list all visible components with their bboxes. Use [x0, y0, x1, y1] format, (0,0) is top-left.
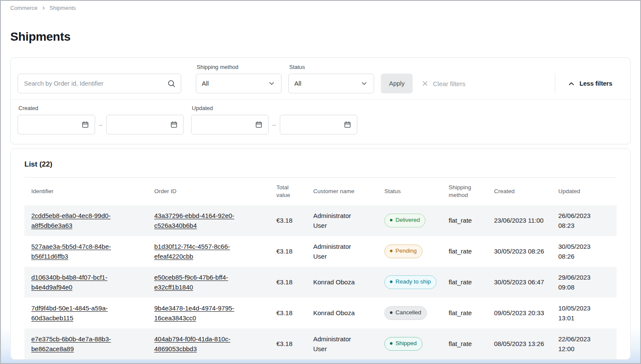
column-header-shipping-method: Shipping method — [442, 178, 487, 205]
status-label: Pending — [395, 247, 417, 256]
breadcrumb-commerce[interactable]: Commerce — [10, 5, 38, 11]
updated-to-input[interactable] — [280, 115, 357, 134]
order-id-link[interactable]: 404ab794-f0f0-41da-810c-4869053cbbd3 — [154, 335, 231, 352]
chevron-down-icon — [268, 80, 276, 87]
cell-updated: 26/06/2023 08:23 — [551, 206, 617, 235]
created-from-input[interactable] — [18, 115, 95, 134]
cell-total-value: €3.18 — [270, 304, 306, 322]
cell-updated: 10/05/2023 13:01 — [551, 299, 617, 328]
cell-shipping-method: flat_rate — [442, 304, 487, 322]
cell-customer-name: Administrator User — [306, 206, 377, 235]
cell-identifier: 7df9f4bd-50e1-4845-a59a-60d3acbeb115 — [24, 299, 147, 328]
column-header-status: Status — [377, 178, 442, 205]
order-id-link[interactable]: e50ceb85-f9c6-47b6-bff4-e32cff1b1840 — [154, 274, 228, 291]
status-badge: Cancelled — [384, 306, 427, 320]
list-title: List (22) — [24, 149, 617, 177]
cell-identifier: e7e375cb-6b0b-4e7a-88b3-be862ace8a89 — [24, 330, 147, 358]
status-value: All — [294, 80, 301, 87]
status-select[interactable]: All — [288, 74, 374, 93]
order-id-link[interactable]: 43a37296-ebbd-4164-92e0-c526a340b6b4 — [154, 212, 234, 229]
chevron-right-icon — [41, 6, 46, 11]
shipments-page: Commerce Shipments Shipments Shipping me… — [0, 0, 641, 364]
cell-order-id: e50ceb85-f9c6-47b6-bff4-e32cff1b1840 — [147, 268, 270, 297]
cell-status: Cancelled — [377, 302, 442, 324]
clear-filters-button[interactable]: Clear filters — [419, 74, 467, 93]
page-title: Shipments — [10, 30, 640, 44]
status-filter: Status All — [288, 64, 374, 93]
table-row: 2cdd5eb8-e8a0-4ec8-99d0-a8f5db6e3a63 43a… — [24, 205, 617, 236]
shipping-method-value: All — [202, 80, 209, 87]
identifier-link[interactable]: e7e375cb-6b0b-4e7a-88b3-be862ace8a89 — [31, 335, 111, 352]
chevron-up-icon — [567, 80, 575, 88]
cell-identifier: 527aae3a-5b5d-47c8-84be-b56f11d6ffb3 — [24, 237, 147, 266]
table-header: Identifier Order ID Total value Customer… — [24, 177, 617, 205]
less-filters-label: Less filters — [579, 80, 612, 87]
cell-shipping-method: flat_rate — [442, 242, 487, 260]
range-dash: – — [273, 121, 276, 128]
created-date-filter: Created – — [18, 105, 184, 134]
cell-total-value: €3.18 — [270, 211, 306, 230]
column-header-total-value: Total value — [270, 178, 306, 205]
cell-shipping-method: flat_rate — [442, 334, 487, 353]
column-header-created: Created — [487, 178, 551, 205]
filters-panel: Shipping method All Status All Apply — [10, 57, 631, 144]
table-row: 7df9f4bd-50e1-4845-a59a-60d3acbeb115 9b4… — [24, 298, 617, 328]
cell-customer-name: Konrad Oboza — [306, 273, 377, 291]
created-to-input[interactable] — [106, 115, 184, 134]
status-dot-icon — [390, 250, 392, 252]
cell-status: Delivered — [377, 209, 442, 232]
column-header-order-id: Order ID — [147, 178, 270, 205]
status-dot-icon — [390, 280, 392, 283]
breadcrumb-shipments: Shipments — [50, 5, 76, 11]
status-dot-icon — [390, 342, 392, 345]
created-date-range: – — [18, 115, 184, 134]
cell-order-id: b1d30f12-7f4c-4557-8c66-efeaf4220cbb — [147, 237, 270, 266]
cell-identifier: d106340b-b4b8-4f07-bcf1-b4e4d9af94e0 — [24, 268, 147, 297]
table-row: d106340b-b4b8-4f07-bcf1-b4e4d9af94e0 e50… — [24, 267, 617, 298]
column-header-customer-name: Customer name — [306, 178, 377, 205]
less-filters-toggle[interactable]: Less filters — [555, 74, 623, 93]
cell-total-value: €3.18 — [270, 242, 306, 260]
cell-status: Ready to ship — [377, 271, 442, 293]
cell-created: 08/05/2023 13:26 — [487, 334, 551, 353]
search-field-wrap — [18, 74, 181, 93]
apply-button[interactable]: Apply — [381, 74, 413, 93]
status-label: Status — [289, 64, 374, 70]
status-badge: Delivered — [384, 214, 425, 227]
status-badge: Ready to ship — [384, 275, 437, 289]
status-dot-icon — [390, 219, 392, 221]
shipping-method-select[interactable]: All — [196, 74, 282, 93]
breadcrumb: Commerce Shipments — [1, 1, 640, 11]
table-row: 527aae3a-5b5d-47c8-84be-b56f11d6ffb3 b1d… — [24, 236, 617, 267]
status-label: Ready to ship — [395, 277, 431, 286]
updated-from-input[interactable] — [191, 115, 269, 134]
status-label: Cancelled — [395, 308, 421, 317]
calendar-icon — [344, 121, 351, 128]
identifier-link[interactable]: 527aae3a-5b5d-47c8-84be-b56f11d6ffb3 — [31, 243, 111, 260]
filters-row-dates: Created – — [11, 99, 630, 144]
search-icon — [167, 79, 176, 88]
cell-status: Pending — [377, 240, 442, 263]
table-body: 2cdd5eb8-e8a0-4ec8-99d0-a8f5db6e3a63 43a… — [24, 205, 617, 359]
status-label: Shipped — [395, 339, 417, 348]
identifier-link[interactable]: d106340b-b4b8-4f07-bcf1-b4e4d9af94e0 — [31, 274, 108, 291]
cell-total-value: €3.18 — [270, 273, 306, 291]
cell-customer-name: Konrad Oboza — [306, 304, 377, 322]
shipping-method-label: Shipping method — [197, 64, 282, 70]
cell-updated: 22/06/2023 12:00 — [551, 330, 617, 358]
clear-filters-label: Clear filters — [433, 80, 465, 87]
order-id-link[interactable]: b1d30f12-7f4c-4557-8c66-efeaf4220cbb — [154, 243, 230, 260]
search-input[interactable] — [18, 74, 181, 93]
cell-total-value: €3.18 — [270, 334, 306, 353]
order-id-link[interactable]: 9b4e3478-1e4d-4974-9795-16cea3843cc0 — [154, 304, 234, 322]
status-badge: Shipped — [384, 337, 422, 351]
cell-updated: 30/05/2023 08:26 — [551, 237, 617, 266]
cell-shipping-method: flat_rate — [442, 211, 487, 230]
updated-date-range: – — [191, 115, 357, 134]
close-icon — [421, 80, 429, 87]
cell-shipping-method: flat_rate — [442, 273, 487, 291]
identifier-link[interactable]: 2cdd5eb8-e8a0-4ec8-99d0-a8f5db6e3a63 — [31, 212, 111, 229]
identifier-link[interactable]: 7df9f4bd-50e1-4845-a59a-60d3acbeb115 — [31, 304, 108, 322]
cell-order-id: 43a37296-ebbd-4164-92e0-c526a340b6b4 — [147, 206, 270, 235]
status-label: Delivered — [395, 216, 420, 225]
